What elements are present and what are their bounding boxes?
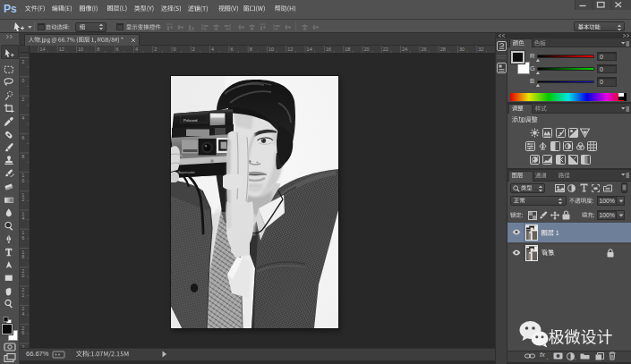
svg-text:Polaroid: Polaroid: [183, 118, 198, 123]
svg-text:8: 8: [21, 254, 24, 259]
svg-text:6: 6: [115, 47, 118, 52]
svg-text:10: 10: [78, 47, 83, 52]
svg-text:4: 4: [211, 47, 214, 52]
svg-text:2: 2: [21, 58, 24, 63]
svg-text:8: 8: [21, 154, 24, 159]
svg-text:4: 4: [21, 216, 24, 221]
svg-text:10: 10: [269, 47, 274, 52]
svg-text:12: 12: [287, 47, 293, 52]
svg-text:30: 30: [459, 47, 465, 52]
svg-text:8: 8: [97, 47, 99, 52]
svg-text:16: 16: [325, 47, 330, 52]
svg-text:Supercolor: Supercolor: [178, 170, 196, 174]
svg-text:0: 0: [21, 273, 24, 278]
svg-text:28: 28: [439, 47, 445, 52]
svg-text:6: 6: [21, 134, 24, 140]
svg-text:14: 14: [306, 47, 311, 52]
svg-text:24: 24: [402, 47, 407, 52]
svg-text:4: 4: [21, 310, 24, 316]
svg-text:2: 2: [21, 197, 24, 202]
svg-text:8: 8: [249, 47, 252, 52]
svg-text:14: 14: [39, 47, 45, 52]
svg-text:4: 4: [134, 47, 137, 52]
svg-text:2: 2: [154, 47, 157, 52]
svg-text:0: 0: [21, 177, 24, 182]
svg-text:4: 4: [21, 115, 24, 121]
svg-text:2: 2: [21, 97, 24, 102]
svg-text:6: 6: [230, 47, 233, 52]
svg-text:12: 12: [58, 47, 64, 52]
svg-text:32: 32: [478, 47, 483, 52]
svg-text:2: 2: [192, 47, 194, 52]
svg-text:6: 6: [21, 330, 24, 335]
svg-text:22: 22: [382, 47, 388, 52]
svg-text:20: 20: [363, 47, 369, 52]
svg-text:2: 2: [21, 292, 24, 297]
svg-text:0: 0: [21, 77, 24, 82]
svg-text:0: 0: [173, 47, 175, 52]
svg-text:18: 18: [345, 47, 350, 52]
svg-text:26: 26: [421, 47, 426, 52]
svg-text:6: 6: [21, 234, 24, 240]
